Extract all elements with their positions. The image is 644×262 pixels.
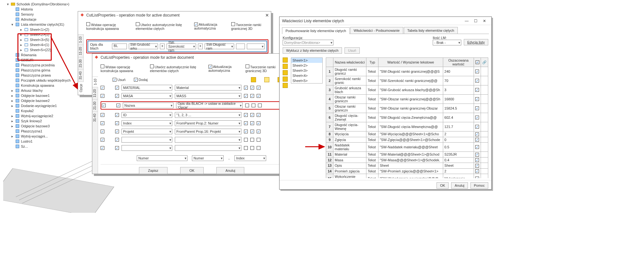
tree-sheet-item[interactable]: ▸Sheet<1>(2): [20, 27, 73, 32]
grid-cell-value[interactable]: 0.5: [443, 143, 474, 152]
row-chk-c[interactable]: [257, 121, 260, 125]
row-field-right[interactable]: FromParent Prop.2: Numer: [175, 120, 241, 126]
row-chk-a[interactable]: [244, 113, 248, 117]
exclude-button[interactable]: Wyklucz z listy elementów ciętych: [283, 47, 342, 54]
vtab-1-10[interactable]: 1-10: [78, 34, 83, 45]
grid-cell-chk[interactable]: [474, 137, 481, 143]
grid-row[interactable]: 6Długość cięcia-ZewnętTekst"SW-Długość c…: [326, 113, 488, 122]
vtab-opcje[interactable]: Opcje: [78, 82, 84, 94]
tab-table[interactable]: Tabela listy elementów ciętych: [404, 27, 458, 34]
grid-cell-link[interactable]: [481, 76, 488, 85]
cancel-button[interactable]: Anuluj: [216, 167, 245, 174]
grid-row[interactable]: 10Naddatek materiałuTekst"SW-Naddatek ma…: [326, 143, 488, 152]
grid-cell-expr[interactable]: "SW-Grubość arkusza blachy@@@Sh: [378, 85, 443, 95]
row-field-right[interactable]: "1, 2, 3 ...: [175, 112, 241, 118]
grid-cell-chk[interactable]: [474, 85, 481, 95]
grid-cell-name[interactable]: Materiał: [333, 152, 366, 158]
row-chk-b[interactable]: [250, 146, 254, 150]
opt2-autolist[interactable]: Utwórz automatycznie listę elementów cię…: [150, 64, 204, 73]
grid-row[interactable]: 15Wykończenie powierzcTekst"SW-Wykończen…: [326, 174, 488, 178]
grid-cell-name[interactable]: Obszar ramki graniczn: [333, 104, 366, 113]
grid-cell-name[interactable]: Długość ramki granicz: [333, 67, 366, 76]
field-ex1[interactable]: [236, 44, 245, 49]
row-chk-dodaj[interactable]: [115, 94, 119, 98]
row-chk-usun[interactable]: [101, 121, 104, 125]
grid-header[interactable]: Typ: [366, 58, 378, 67]
row-field-right[interactable]: [175, 145, 241, 151]
row-field-left[interactable]: MASA: [122, 93, 172, 99]
props-help-button[interactable]: Pomoc: [470, 182, 488, 189]
grid-cell-link[interactable]: [481, 163, 488, 169]
tree-item[interactable]: Sz...: [11, 144, 73, 149]
grid-cell-link[interactable]: [481, 104, 488, 113]
tree-item[interactable]: Płaszczyzna1: [11, 129, 73, 134]
grid-cell-name[interactable]: Masa: [333, 157, 366, 163]
grid-header[interactable]: [326, 58, 333, 67]
grid-cell-type[interactable]: Tekst: [366, 168, 378, 174]
row-field-left[interactable]: Nazwa: [123, 103, 174, 108]
grid-cell-expr[interactable]: "SW-Obszar ramki granicznej-Obszar: [378, 104, 443, 113]
grid-row[interactable]: 5Obszar ramki granicznTekst"SW-Obszar ra…: [326, 104, 488, 113]
list-icon-3[interactable]: [283, 70, 288, 75]
grid-cell-chk[interactable]: [474, 168, 481, 174]
row-chk-dodaj[interactable]: [115, 138, 119, 142]
grid-cell-value[interactable]: 121.7: [443, 122, 474, 131]
row-field-right[interactable]: MASS: [175, 93, 241, 99]
grid-cell-link[interactable]: [481, 85, 488, 95]
vtab2-11-20[interactable]: 11-20: [92, 87, 98, 99]
opt2-weld[interactable]: Wstaw operację konstrukcja spawana: [101, 64, 146, 73]
row-chk-b[interactable]: [252, 104, 255, 107]
grid-cell-name[interactable]: Szerokość ramki granic: [333, 76, 366, 85]
opt-weld[interactable]: Wstaw operację konstrukcja spawana: [86, 22, 131, 30]
bottom-numer2[interactable]: Numer: [192, 155, 224, 161]
grid-cell-expr[interactable]: "SW-Długość cięcia-Zewnętrzna@@: [378, 113, 443, 122]
row-chk-dodaj[interactable]: [115, 146, 119, 150]
row-chk-c[interactable]: [257, 130, 260, 133]
grid-cell-chk[interactable]: [474, 152, 481, 158]
props-cancel-button[interactable]: Anuluj: [451, 182, 468, 189]
sel-grubosc[interactable]: SW-Grubość arku: [129, 44, 158, 49]
grid-cell-value[interactable]: 0: [443, 137, 474, 143]
grid-header[interactable]: Wartość / Wyrażenie tekstowe: [378, 58, 443, 67]
row-chk-c[interactable]: [257, 113, 260, 117]
tree-root[interactable]: ▾ Schodek (Domyślna<Obrobiona>): [6, 2, 73, 7]
grid-cell-type[interactable]: Tekst: [366, 122, 378, 131]
grid-cell-name[interactable]: Promień zgięcia: [333, 168, 366, 174]
grid-cell-expr[interactable]: "SW-Długość ramki granicznej@@@S: [378, 67, 443, 76]
grid-row[interactable]: 2Szerokość ramki granicTekst"SW-Szerokoś…: [326, 76, 488, 85]
row-chk-dodaj[interactable]: [115, 121, 119, 125]
vtab-21-30[interactable]: 21-30: [78, 57, 83, 70]
grid-cell-type[interactable]: Tekst: [366, 131, 378, 137]
sheet-item-2[interactable]: Sheet<2>: [291, 63, 322, 68]
grid-cell-link[interactable]: [481, 113, 488, 122]
grid-cell-name[interactable]: Wycięcia: [333, 131, 366, 137]
tree-item[interactable]: ▸Odgięcie bazowe2: [11, 98, 73, 103]
list-icon-4[interactable]: [283, 77, 288, 82]
grid-cell-type[interactable]: Tekst: [366, 137, 378, 143]
grid-row[interactable]: 3Grubość arkusza blachTekst"SW-Grubość a…: [326, 85, 488, 95]
konf-select[interactable]: Domyślna<Obrobiona>: [283, 40, 333, 45]
tree-item[interactable]: Sensory: [11, 12, 73, 17]
row-chk-a[interactable]: [245, 104, 249, 107]
sel-szerokosc[interactable]: SW-Szerokość ram: [167, 44, 196, 49]
grid-cell-name[interactable]: Naddatek materiału: [333, 143, 366, 152]
grid-cell-type[interactable]: Tekst: [366, 163, 378, 169]
grid-cell-expr[interactable]: "SW-Wykończenie powierzchni@@@: [378, 174, 443, 178]
row-chk-c[interactable]: [257, 146, 260, 150]
grid-cell-expr[interactable]: "SW-Obszar ramki granicznej@@@Sh: [378, 95, 443, 104]
grid-cell-value[interactable]: Sheet: [443, 163, 474, 169]
tree-item[interactable]: Lustro1: [11, 139, 73, 144]
row-chk-dodaj[interactable]: [115, 113, 119, 117]
grid-cell-type[interactable]: Tekst: [366, 157, 378, 163]
grid-row[interactable]: 9ZgięciaTekst"SW-Zgięcia@@@Sheet<1>@Scho…: [326, 137, 488, 143]
grid-cell-value[interactable]: 15824.5: [443, 104, 474, 113]
row-chk-b[interactable]: [250, 138, 254, 142]
row-chk-c[interactable]: [257, 138, 260, 142]
row-field-left[interactable]: [122, 137, 172, 143]
grid-cell-name[interactable]: Zgięcia: [333, 137, 366, 143]
grid-cell-name[interactable]: Długość cięcia-Wewnę: [333, 122, 366, 131]
grid-cell-chk[interactable]: [474, 104, 481, 113]
grid-header[interactable]: 🔗: [481, 58, 488, 67]
grid-cell-link[interactable]: [481, 157, 488, 163]
row-chk-b[interactable]: [250, 86, 254, 90]
